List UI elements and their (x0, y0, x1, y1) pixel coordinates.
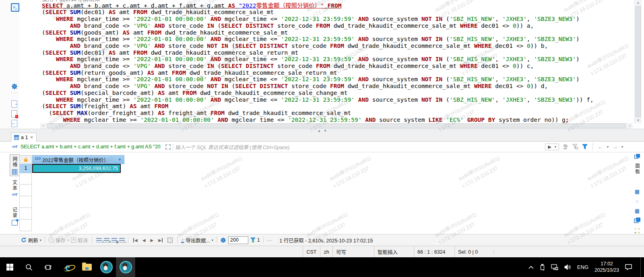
play-icon[interactable]: ▶ (548, 144, 551, 150)
code-line: 83(SELECT SUM(freight_amt) AS amt FROM (42, 103, 632, 110)
chevron-down-icon[interactable]: ▾ (212, 238, 213, 242)
right-panel-strip: 面板 ▦ ◌ ▦ −+ ×= (632, 154, 643, 234)
chevron-down-icon[interactable]: ▾ (607, 145, 609, 149)
history-forward-icon[interactable]: → (612, 144, 618, 150)
grid-corner-lock-cell[interactable] (19, 155, 32, 164)
statusbar-overflow-icon[interactable]: ⋮ (492, 246, 496, 258)
code-line: 80 AND brand_code <> 'VPG' AND store_cod… (42, 83, 632, 90)
usb-device-icon[interactable] (540, 264, 545, 271)
empty-row-cell (20, 220, 31, 231)
date-label: 2025/10/23 (594, 267, 619, 273)
empty-row-cell (20, 185, 31, 196)
next-row-button[interactable]: ▶ (150, 238, 153, 242)
file-warning-icon[interactable]: ! (11, 110, 18, 117)
fetch-size-button[interactable]: 1 (250, 237, 260, 243)
clock[interactable]: 17:02 2025/10/23 (594, 261, 619, 274)
input-language-indicator[interactable]: ENG (577, 264, 588, 270)
start-button[interactable] (0, 257, 19, 277)
filter-expression-text[interactable]: SELECT a.amt + b.amt + c.amt + d.amt + f… (21, 144, 165, 150)
fetch-page-icon[interactable] (167, 238, 173, 243)
internet-explorer-icon[interactable]: e (58, 257, 77, 277)
save-filter-icon[interactable] (572, 144, 578, 150)
code-line: 82 WHERE mgclear_time >= '2022-01-01 00:… (42, 96, 632, 103)
toolbar-overflow-icon[interactable]: ⋯ (267, 237, 272, 243)
hscroll-thumb[interactable] (47, 123, 626, 128)
history-back-icon[interactable]: ← (598, 144, 603, 150)
column-dropdown-icon[interactable]: ▼ (118, 158, 122, 162)
chevron-down-icon[interactable]: ▾ (40, 238, 41, 242)
cancel-button[interactable]: ✕ 取消 (71, 236, 88, 244)
selected-value-cell[interactable]: 3,258,099,632.75 (32, 164, 121, 173)
dbeaver-active-icon[interactable] (116, 257, 135, 277)
scroll-right-icon[interactable]: › (627, 123, 633, 129)
first-row-button[interactable]: ◀ (133, 238, 138, 242)
panels-icon[interactable] (634, 154, 640, 159)
code-line: 74 AND brand_code <> 'VPG' AND store_cod… (42, 43, 632, 49)
file-output-icon[interactable]: ( ) (11, 120, 18, 127)
export-label: 导出数据... (186, 236, 210, 244)
hidden-icons-chevron-icon[interactable] (528, 266, 534, 269)
calc-panel-icon[interactable]: ▦ (635, 189, 640, 194)
code-line: 79 WHERE mgclear_time >= '2022-01-01 00:… (42, 76, 632, 83)
presentation-tab-text[interactable]: 文本 <>T (10, 180, 19, 197)
sash-collapse-up-icon[interactable]: ▲ (318, 129, 321, 133)
dbeaver-icon[interactable] (97, 257, 116, 277)
network-icon[interactable] (551, 264, 558, 270)
code-area[interactable]: 67使用平面计算导出结果68SELECT a.amt + b.amt + c.a… (42, 0, 632, 123)
close-icon[interactable]: ✕ (30, 135, 33, 140)
toolbar-more-dots-icon[interactable]: ···· (11, 89, 18, 96)
scroll-down-icon[interactable]: ▼ (635, 119, 642, 122)
show-desktop-button[interactable] (640, 257, 641, 277)
editor-vertical-scrollbar[interactable]: ▲ ▼ (634, 0, 642, 123)
export-result-icon[interactable]: → (11, 101, 18, 107)
time-label: 17:02 (601, 261, 613, 267)
vscroll-thumb[interactable] (636, 6, 641, 117)
edit-cell-button[interactable]: / (96, 238, 102, 242)
add-row-button[interactable]: + (104, 238, 109, 242)
search-button[interactable] (19, 257, 39, 277)
refresh-button[interactable]: 刷新 ▾ (21, 236, 41, 244)
caret-position-indicator[interactable]: 66 : 1 : 6324 (414, 246, 454, 258)
grid-tab-label: 网格 (11, 156, 18, 168)
sql-editor: >_ ···· → ! ( ) 67使用平面计算导出结果68SELECT a.a… (0, 0, 644, 129)
code-line: 84 (SELECT MAX(order_freight_amt) AS fre… (42, 110, 632, 117)
column-header[interactable]: 123 2022零售金额（按照分销价） ▼ (32, 155, 124, 164)
editor-horizontal-scrollbar[interactable]: ‹ › (40, 123, 633, 129)
layout-panel-icon[interactable] (634, 217, 640, 223)
settings-gear-icon[interactable] (11, 83, 18, 90)
last-row-button[interactable]: ▶ (158, 238, 163, 242)
custom-filter-icon[interactable] (582, 144, 588, 150)
previous-row-button[interactable]: ◀ (142, 238, 146, 242)
presentation-tab-record[interactable]: 记录 (10, 207, 19, 226)
filter-placeholder[interactable]: 输入一个 SQL 表达式来过滤结果 (使用 Ctrl+Space) (175, 143, 289, 151)
task-view-button[interactable] (39, 257, 58, 277)
chevron-down-icon[interactable]: ▾ (621, 145, 623, 149)
insert-mode-indicator[interactable]: 智能插入 (374, 246, 414, 258)
action-center-icon[interactable] (625, 264, 632, 270)
sql-console-icon[interactable]: >_ (11, 3, 19, 12)
result-settings-gear-icon[interactable] (220, 237, 226, 243)
export-data-button[interactable]: ↑ 导出数据... ▾ (181, 236, 213, 244)
code-line: 75(SELECT SUM(dec01) AS amt FROM dwd_tra… (42, 49, 632, 56)
duplicate-row-button[interactable]: ⊕ (111, 238, 117, 242)
metadata-panel-icon[interactable]: ▦ (635, 208, 640, 213)
clear-filter-icon[interactable] (563, 144, 569, 150)
results-tabbar: a 1 ✕ (0, 133, 644, 142)
fetch-size-input[interactable] (228, 236, 248, 244)
save-button[interactable]: ✓ 保存 ▾ (48, 236, 69, 244)
result-tab[interactable]: a 1 ✕ (11, 133, 37, 142)
value-viewer-icon[interactable]: ◌ (636, 199, 639, 204)
delete-row-button[interactable]: − (119, 238, 125, 242)
column-header-label: 2022零售金额（按照分销价） (42, 156, 116, 164)
apply-filter-button[interactable]: ▶ ▾ (545, 144, 559, 150)
aggregate-panel-icon[interactable]: −+ ×= (634, 227, 641, 234)
scroll-up-icon[interactable]: ▲ (635, 1, 642, 4)
chevron-down-icon[interactable]: ▾ (555, 145, 556, 149)
volume-icon[interactable] (564, 264, 571, 270)
sash-collapse-down-icon[interactable]: ▼ (324, 129, 327, 133)
file-explorer-icon[interactable] (77, 257, 97, 277)
scroll-left-icon[interactable]: ‹ (40, 123, 46, 129)
presentation-tab-grid[interactable]: 网格 (10, 154, 20, 176)
expand-filter-icon[interactable] (165, 144, 171, 150)
row-number-cell[interactable]: 1 (19, 164, 32, 173)
